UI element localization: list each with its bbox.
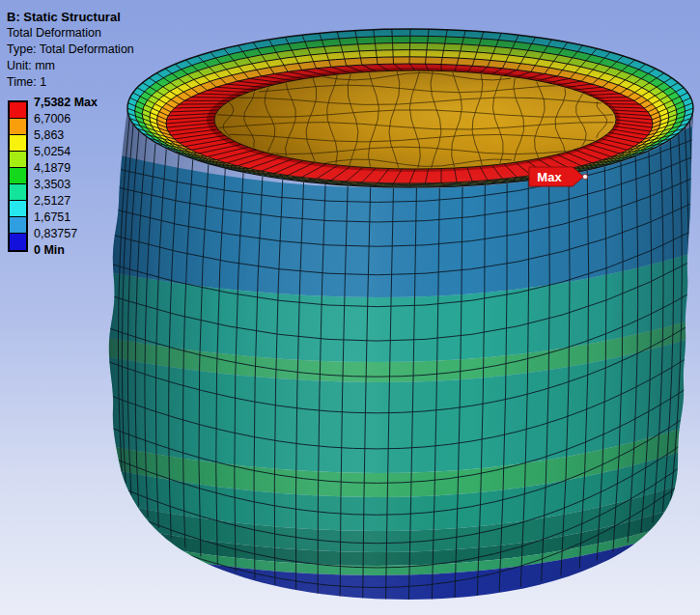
legend-swatch (10, 184, 26, 201)
legend-label: 2,5127 (34, 194, 70, 208)
result-unit: Unit: mm (7, 58, 134, 74)
model-viewport[interactable]: Max (0, 0, 700, 615)
legend-label: 5,0254 (34, 145, 70, 158)
viewport-background: Max B: Static Structural Total Deformati… (0, 0, 700, 615)
legend-label: 5,863 (34, 128, 64, 142)
contour-legend: 7,5382 Max 6,7006 5,863 5,0254 4,1879 3,… (8, 100, 162, 265)
legend-label: 4,1879 (34, 161, 70, 175)
analysis-title: B: Static Structural (7, 9, 134, 25)
legend-label-min: 0 Min (34, 243, 65, 257)
legend-swatch (10, 119, 26, 135)
legend-label: 1,6751 (34, 210, 70, 224)
legend-color-bar (8, 100, 28, 252)
result-type: Type: Total Deformation (7, 42, 134, 58)
max-flag-label: Max (537, 170, 562, 184)
legend-label: 6,7006 (34, 112, 70, 126)
max-point-marker (582, 174, 587, 179)
legend-label: 0,83757 (34, 227, 77, 240)
legend-swatch (10, 168, 26, 184)
result-header: B: Static Structural Total Deformation T… (7, 9, 134, 91)
legend-swatch (10, 201, 26, 217)
legend-label-max: 7,5382 Max (34, 96, 98, 109)
legend-swatch (10, 217, 26, 234)
result-time: Time: 1 (7, 74, 134, 91)
result-name: Total Deformation (7, 25, 134, 42)
legend-swatch (10, 234, 26, 250)
legend-swatch (10, 102, 26, 119)
legend-label: 3,3503 (34, 178, 70, 191)
cylinder-top-face (127, 29, 693, 187)
legend-swatch (10, 152, 26, 168)
legend-swatch (10, 135, 26, 152)
